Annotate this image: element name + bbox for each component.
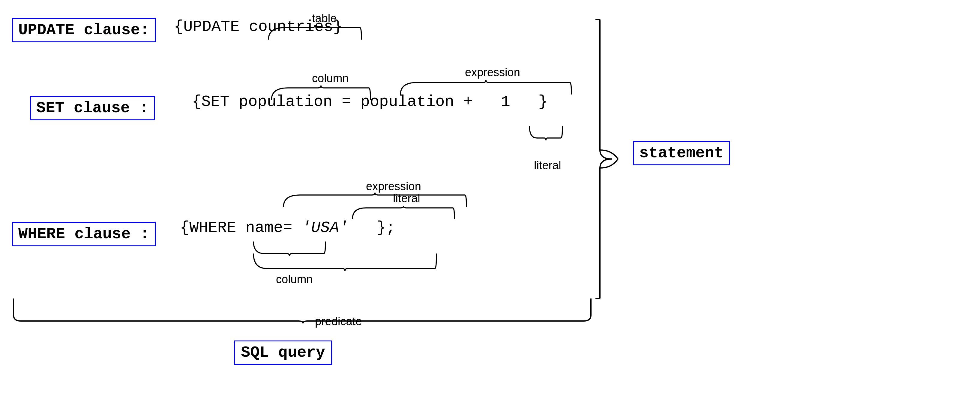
where-literal-annotation: literal — [393, 192, 420, 205]
sql-query-label: SQL query — [234, 341, 332, 365]
table-annotation: table — [312, 12, 337, 25]
set-expression-annotation: expression — [465, 66, 520, 79]
where-predicate-underbrace — [252, 252, 438, 271]
statement-right-brace — [594, 18, 630, 300]
set-population-overbrace — [270, 85, 372, 101]
update-clause-label: UPDATE clause: — [12, 18, 156, 42]
where-column-annotation: column — [276, 273, 313, 286]
statement-label: statement — [633, 141, 730, 165]
set-literal-underbrace — [528, 124, 564, 141]
set-column-annotation: column — [312, 72, 349, 85]
set-clause-label: SET clause : — [30, 96, 155, 120]
set-expression-overbrace — [399, 80, 573, 96]
where-expression-annotation: expression — [366, 180, 421, 193]
set-literal-annotation: literal — [534, 159, 561, 172]
where-usa-overbrace — [351, 206, 456, 220]
where-clause-label: WHERE clause : — [12, 222, 156, 246]
countries-overbrace — [267, 25, 363, 41]
sql-query-underbrace — [12, 297, 594, 324]
where-clause-content: {WHERE name= 'USA' }; — [180, 219, 395, 237]
